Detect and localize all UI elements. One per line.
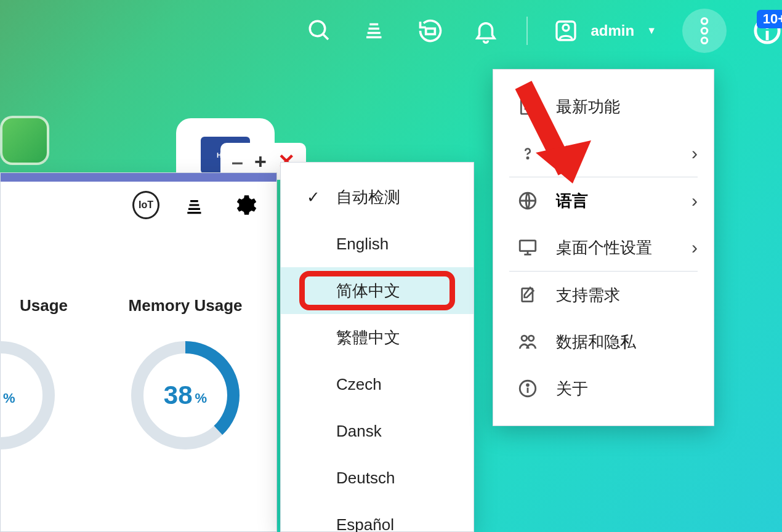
svg-point-16 <box>527 157 529 159</box>
dashboard-icon[interactable]: 10+ <box>752 16 782 46</box>
desktop-app-icon-1[interactable] <box>0 116 49 165</box>
lang-label: 简体中文 <box>336 280 400 302</box>
chevron-right-icon: › <box>691 190 698 211</box>
chevron-right-icon: › <box>691 143 698 164</box>
usage-value: 0 <box>0 381 1 410</box>
usage-metric: Usage 0% <box>13 296 75 451</box>
user-menu[interactable]: admin ▼ <box>554 18 656 43</box>
window-title-bar[interactable] <box>1 173 276 182</box>
chevron-right-icon: › <box>691 237 698 258</box>
toolbar-divider <box>526 17 528 45</box>
svg-point-20 <box>522 336 527 341</box>
menu-label: 桌面个性设置 <box>556 237 674 259</box>
lang-label: 自动检测 <box>336 187 400 208</box>
check-icon: ✓ <box>307 188 320 207</box>
window-minimize-button[interactable]: – <box>232 150 243 174</box>
svg-line-1 <box>323 34 329 39</box>
menu-item-about[interactable]: 关于 <box>493 365 714 412</box>
stack-icon[interactable] <box>360 16 390 46</box>
lang-item-english[interactable]: English <box>281 220 474 267</box>
lang-item-traditional-chinese[interactable]: 繁體中文 <box>281 314 474 361</box>
svg-point-0 <box>310 21 326 36</box>
dashboard-window: IoT Usage 0% Memory Usage 38% <box>0 172 277 532</box>
more-options-button[interactable] <box>682 9 727 53</box>
menu-label: 关于 <box>556 378 698 400</box>
info-icon <box>517 377 539 400</box>
menu-label: 支持需求 <box>556 284 698 306</box>
lang-item-deutsch[interactable]: Deutsch <box>281 454 474 501</box>
news-icon <box>517 95 539 118</box>
menu-item-support[interactable]: 支持需求 <box>493 272 714 318</box>
lang-label: 繁體中文 <box>336 327 400 349</box>
svg-rect-18 <box>520 241 536 251</box>
lang-label: Dansk <box>336 422 382 441</box>
gear-icon[interactable] <box>231 191 258 219</box>
menu-item-desktop-personalize[interactable]: 桌面个性设置 › <box>493 224 714 271</box>
memory-metric: Memory Usage 38% <box>99 296 272 451</box>
monitor-icon <box>517 236 539 259</box>
memory-pct: % <box>195 390 208 406</box>
menu-item-language[interactable]: 语言 › <box>493 177 714 224</box>
lang-item-dansk[interactable]: Dansk <box>281 408 474 454</box>
lang-label: Czech <box>336 375 382 394</box>
top-toolbar: admin ▼ 10+ <box>0 0 782 62</box>
search-icon[interactable] <box>305 16 334 46</box>
lang-label: Deutsch <box>336 469 395 488</box>
memory-label: Memory Usage <box>99 296 272 315</box>
lang-item-czech[interactable]: Czech <box>281 361 474 408</box>
usage-pct: % <box>3 390 15 406</box>
svg-point-4 <box>563 25 569 31</box>
svg-rect-2 <box>426 28 435 34</box>
note-icon <box>517 284 539 306</box>
menu-item-whatsnew[interactable]: 最新功能 <box>493 83 714 130</box>
svg-point-5 <box>701 18 707 24</box>
caret-down-icon: ▼ <box>647 25 656 36</box>
refresh-icon[interactable] <box>416 16 445 46</box>
lang-item-simplified-chinese[interactable]: 简体中文 <box>281 267 474 314</box>
menu-label: 助 <box>556 143 674 164</box>
menu-label: 最新功能 <box>556 96 698 118</box>
svg-point-24 <box>527 384 529 386</box>
logs-icon[interactable] <box>182 191 209 219</box>
help-icon <box>517 142 539 164</box>
svg-point-6 <box>701 28 707 33</box>
window-maximize-button[interactable]: + <box>254 150 267 174</box>
bell-icon[interactable] <box>471 16 501 46</box>
usage-label: Usage <box>13 296 75 315</box>
menu-label: 数据和隐私 <box>556 331 698 353</box>
menu-label: 语言 <box>556 190 674 212</box>
window-toolbar: IoT <box>132 191 258 219</box>
globe-icon <box>517 190 539 212</box>
user-name-label: admin <box>591 22 634 39</box>
notification-badge: 10+ <box>757 10 782 28</box>
language-submenu: ✓自动检测 English 简体中文 繁體中文 Czech Dansk Deut… <box>280 162 474 532</box>
people-icon <box>517 331 539 353</box>
lang-label: English <box>336 235 389 254</box>
iot-icon[interactable]: IoT <box>132 191 159 219</box>
lang-label: Español <box>336 515 394 533</box>
svg-point-7 <box>701 38 707 43</box>
lang-item-espanol[interactable]: Español <box>281 501 474 532</box>
lang-item-auto[interactable]: ✓自动检测 <box>281 174 474 220</box>
svg-point-21 <box>528 336 534 341</box>
menu-item-help[interactable]: 助 › <box>493 130 714 177</box>
memory-value: 38 <box>164 381 193 410</box>
menu-item-privacy[interactable]: 数据和隐私 <box>493 318 714 365</box>
options-menu: 最新功能 助 › 语言 › 桌面个性设置 › 支持需求 数据和隐私 关于 <box>493 69 714 426</box>
